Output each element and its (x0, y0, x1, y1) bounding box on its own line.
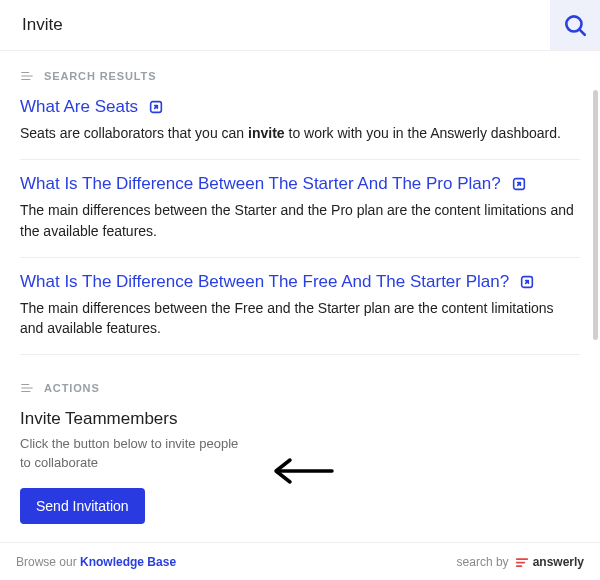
action-description: Click the button below to invite people … (20, 435, 250, 471)
list-icon (20, 381, 34, 395)
section-label: SEARCH RESULTS (44, 70, 156, 82)
answerly-brand[interactable]: answerly (515, 555, 584, 569)
result-title-text: What Is The Difference Between The Start… (20, 174, 501, 194)
send-invitation-button[interactable]: Send Invitation (20, 488, 145, 524)
result-link[interactable]: What Is The Difference Between The Start… (20, 174, 580, 194)
scrollbar-thumb[interactable] (593, 90, 598, 340)
search-results-header: SEARCH RESULTS (20, 69, 580, 83)
svg-line-1 (580, 30, 585, 35)
result-title-text: What Is The Difference Between The Free … (20, 272, 509, 292)
list-icon (20, 69, 34, 83)
actions-section: ACTIONS Invite Teammembers Click the but… (20, 381, 580, 523)
search-icon (562, 12, 588, 38)
open-external-icon (148, 99, 164, 115)
open-external-icon (519, 274, 535, 290)
search-result: What Is The Difference Between The Start… (20, 174, 580, 258)
footer-browse: Browse our Knowledge Base (16, 555, 176, 569)
action-title: Invite Teammembers (20, 409, 580, 429)
knowledge-base-link[interactable]: Knowledge Base (80, 555, 176, 569)
answerly-logo-icon (515, 555, 529, 569)
search-result: What Is The Difference Between The Free … (20, 272, 580, 356)
search-bar (0, 0, 600, 51)
result-title-text: What Are Seats (20, 97, 138, 117)
result-link[interactable]: What Is The Difference Between The Free … (20, 272, 580, 292)
result-snippet: Seats are collaborators that you can inv… (20, 123, 580, 143)
footer: Browse our Knowledge Base search by answ… (0, 542, 600, 580)
footer-credit: search by answerly (457, 555, 584, 569)
section-label: ACTIONS (44, 382, 100, 394)
answerly-widget: SEARCH RESULTS What Are Seats Seats are … (0, 0, 600, 580)
content-scroll[interactable]: SEARCH RESULTS What Are Seats Seats are … (0, 51, 600, 539)
open-external-icon (511, 176, 527, 192)
search-input[interactable] (0, 1, 550, 49)
result-link[interactable]: What Are Seats (20, 97, 580, 117)
result-snippet: The main differences between the Free an… (20, 298, 580, 339)
result-snippet: The main differences between the Starter… (20, 200, 580, 241)
search-result: What Are Seats Seats are collaborators t… (20, 97, 580, 160)
search-button[interactable] (550, 0, 600, 50)
actions-header: ACTIONS (20, 381, 580, 395)
